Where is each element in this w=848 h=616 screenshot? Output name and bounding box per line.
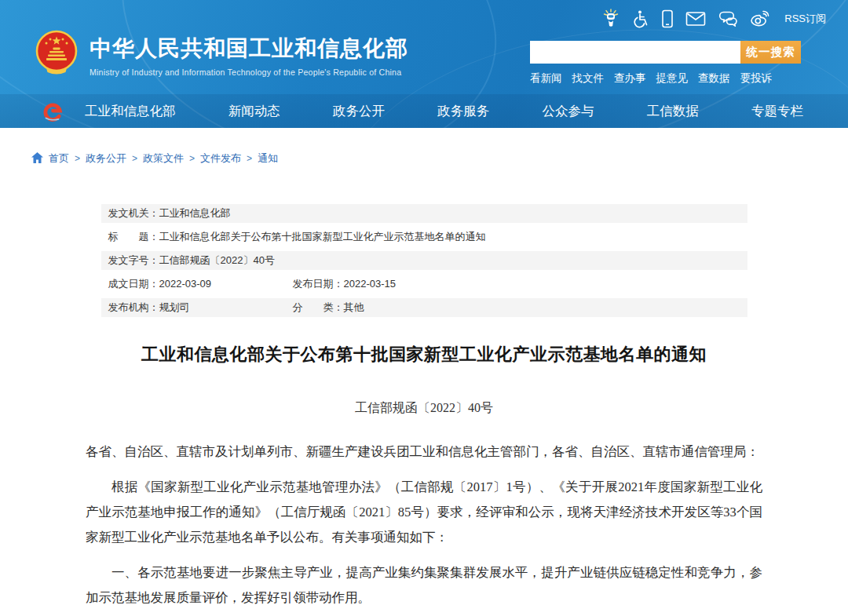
page-content: 首页 > 政务公开 > 政策文件 > 文件发布 > 通知 发文机关： 工业和信息… (0, 151, 848, 611)
weibo-icon[interactable] (750, 9, 770, 27)
meta-value: 规划司 (159, 298, 190, 317)
meta-row-publisher-category: 发布机构： 规划司 分 类： 其他 (101, 298, 747, 317)
nav-items: 工业和信息化部 新闻动态 政务公开 政务服务 公众参与 工信数据 专题专栏 (85, 103, 813, 120)
nav-item-gov-disclosure[interactable]: 政务公开 (333, 103, 385, 120)
breadcrumb-separator: > (247, 153, 252, 164)
nav-e-logo-icon[interactable] (41, 100, 64, 123)
mail-icon[interactable] (685, 11, 706, 27)
breadcrumb-current-notice: 通知 (258, 151, 278, 166)
quick-link-services[interactable]: 查办事 (614, 71, 646, 86)
quick-link-news[interactable]: 看新闻 (530, 71, 562, 86)
meta-row-title: 标 题： 工业和信息化部关于公布第十批国家新型工业化产业示范基地名单的通知 (101, 228, 747, 246)
search-area: 统一搜索 看新闻 找文件 查办事 提意见 查数据 要投诉 (530, 41, 801, 86)
meta-label: 发文字号： (108, 251, 159, 270)
meta-label: 发文机关： (108, 204, 159, 223)
meta-label: 发布机构： (108, 298, 159, 317)
breadcrumb: 首页 > 政务公开 > 政策文件 > 文件发布 > 通知 (31, 151, 848, 166)
nav-item-ministry[interactable]: 工业和信息化部 (85, 103, 176, 120)
meta-value: 2022-03-15 (344, 275, 397, 293)
meta-label: 标 题： (108, 228, 159, 246)
rss-subscribe-link[interactable]: RSS订阅 (784, 12, 826, 26)
breadcrumb-separator: > (75, 153, 80, 164)
home-icon[interactable] (31, 152, 43, 166)
document-title: 工业和信息化部关于公布第十批国家新型工业化产业示范基地名单的通知 (0, 343, 848, 366)
topbar: RSS订阅 (601, 9, 826, 28)
national-emblem-icon (35, 30, 79, 80)
breadcrumb-file-release[interactable]: 文件发布 (200, 151, 241, 166)
quick-link-files[interactable]: 找文件 (572, 71, 605, 86)
paragraph-item-one: 一、各示范基地要进一步聚焦主导产业，提高产业集约集聚集群发展水平，提升产业链供应… (86, 560, 762, 611)
unified-search-button[interactable]: 统一搜索 (740, 41, 801, 64)
search-input[interactable] (530, 41, 740, 64)
meta-label: 成文日期： (108, 275, 159, 293)
breadcrumb-policy-files[interactable]: 政策文件 (143, 151, 184, 166)
document-number: 工信部规函〔2022〕40号 (0, 400, 848, 417)
site-title: 中华人民共和国工业和信息化部 (90, 34, 408, 64)
accessibility-icon[interactable] (632, 9, 649, 28)
meta-label: 分 类： (293, 298, 344, 317)
paragraph-basis: 根据《国家新型工业化产业示范基地管理办法》（工信部规〔2017〕1号）、《关于开… (86, 475, 762, 550)
breadcrumb-separator: > (189, 153, 195, 164)
site-header: RSS订阅 中华人民共和国工业和信息化部 Ministr (0, 0, 848, 128)
breadcrumb-separator: > (132, 153, 137, 164)
meta-label: 发布日期： (293, 275, 344, 293)
meta-value: 工业和信息化部 (159, 204, 231, 223)
main-nav: 工业和信息化部 新闻动态 政务公开 政务服务 公众参与 工信数据 专题专栏 (0, 94, 848, 128)
document-meta-table: 发文机关： 工业和信息化部 标 题： 工业和信息化部关于公布第十批国家新型工业化… (101, 204, 747, 317)
meta-row-dates: 成文日期： 2022-03-09 发布日期： 2022-03-15 (101, 275, 747, 293)
nav-item-public-participation[interactable]: 公众参与 (543, 103, 594, 120)
site-logo-link[interactable]: 中华人民共和国工业和信息化部 Ministry of Industry and … (35, 30, 408, 80)
meta-row-issuing-authority: 发文机关： 工业和信息化部 (101, 204, 747, 223)
meta-value: 2022-03-09 (159, 275, 212, 293)
mascot-robot-icon[interactable] (601, 9, 620, 28)
nav-item-special-topics[interactable]: 专题专栏 (751, 103, 803, 120)
breadcrumb-home[interactable]: 首页 (49, 151, 69, 166)
nav-item-gov-services[interactable]: 政务服务 (437, 103, 489, 120)
document-body: 各省、自治区、直辖市及计划单列市、新疆生产建设兵团工业和信息化主管部门，各省、自… (86, 439, 762, 611)
quick-link-complaint[interactable]: 要投诉 (740, 71, 773, 86)
site-subtitle: Ministry of Industry and Information Tec… (90, 67, 408, 77)
wechat-icon[interactable] (718, 10, 738, 27)
nav-item-news[interactable]: 新闻动态 (228, 103, 280, 120)
quick-links: 看新闻 找文件 查办事 提意见 查数据 要投诉 (530, 71, 801, 86)
nav-item-miit-data[interactable]: 工信数据 (647, 103, 699, 120)
quick-link-data[interactable]: 查数据 (698, 71, 730, 86)
quick-link-feedback[interactable]: 提意见 (656, 71, 689, 86)
mobile-icon[interactable] (661, 9, 674, 28)
paragraph-addressees: 各省、自治区、直辖市及计划单列市、新疆生产建设兵团工业和信息化主管部门，各省、自… (86, 439, 762, 465)
breadcrumb-gov-disclosure[interactable]: 政务公开 (86, 151, 126, 166)
meta-row-doc-number: 发文字号： 工信部规函〔2022〕40号 (101, 251, 747, 270)
meta-value: 其他 (344, 298, 364, 317)
meta-value: 工业和信息化部关于公布第十批国家新型工业化产业示范基地名单的通知 (159, 228, 486, 246)
meta-value: 工信部规函〔2022〕40号 (159, 251, 275, 270)
